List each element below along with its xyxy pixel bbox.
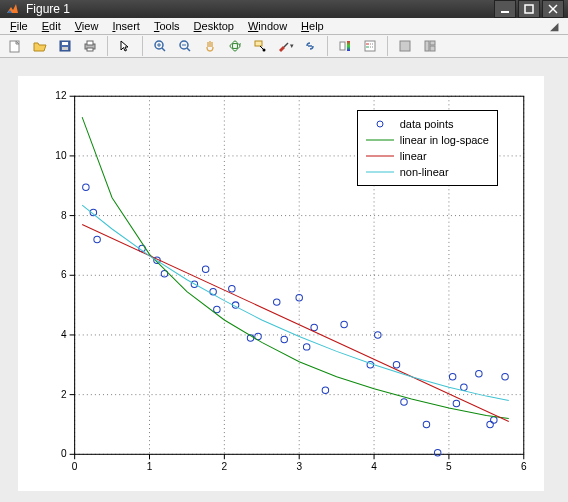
svg-rect-1 — [525, 5, 533, 13]
svg-rect-9 — [87, 41, 93, 45]
svg-rect-7 — [62, 47, 68, 50]
svg-rect-26 — [365, 41, 375, 51]
legend-item-logspace[interactable]: linear in log-space — [366, 132, 489, 148]
svg-point-112 — [377, 121, 383, 127]
menu-desktop[interactable]: Desktop — [188, 18, 240, 34]
legend-item-points[interactable]: data points — [366, 116, 489, 132]
insert-colorbar-button[interactable] — [334, 35, 356, 57]
svg-text:4: 4 — [371, 461, 377, 472]
brush-button[interactable]: ▾ — [274, 35, 296, 57]
svg-text:5: 5 — [446, 461, 452, 472]
svg-rect-32 — [425, 41, 429, 51]
svg-line-12 — [162, 48, 165, 51]
svg-point-19 — [233, 41, 238, 51]
close-button[interactable] — [542, 0, 564, 18]
svg-rect-20 — [255, 41, 262, 46]
axes[interactable]: 0123456024681012 data points linear in l… — [18, 76, 544, 491]
window-title: Figure 1 — [26, 2, 494, 16]
svg-rect-24 — [347, 41, 350, 51]
legend[interactable]: data points linear in log-space linear n… — [357, 110, 498, 186]
menu-tools[interactable]: Tools — [148, 18, 186, 34]
svg-rect-34 — [430, 46, 435, 51]
svg-rect-31 — [400, 41, 410, 51]
data-cursor-button[interactable] — [249, 35, 271, 57]
hide-plot-tools-button[interactable] — [394, 35, 416, 57]
window-buttons — [494, 0, 564, 18]
zoom-out-button[interactable] — [174, 35, 196, 57]
pointer-button[interactable] — [114, 35, 136, 57]
svg-rect-33 — [430, 41, 435, 45]
svg-text:6: 6 — [61, 269, 67, 280]
svg-point-18 — [230, 44, 240, 49]
svg-line-16 — [187, 48, 190, 51]
figure-window: Figure 1 File Edit View Insert Tools Des… — [0, 0, 568, 502]
matlab-icon — [4, 1, 20, 17]
menu-view[interactable]: View — [69, 18, 105, 34]
legend-item-linear[interactable]: linear — [366, 148, 489, 164]
menu-edit[interactable]: Edit — [36, 18, 67, 34]
titlebar: Figure 1 — [0, 0, 568, 18]
open-button[interactable] — [29, 35, 51, 57]
print-button[interactable] — [79, 35, 101, 57]
toolbar: ▾ — [0, 35, 568, 58]
svg-rect-25 — [340, 42, 345, 50]
svg-rect-6 — [62, 42, 68, 45]
menu-file[interactable]: File — [4, 18, 34, 34]
svg-text:0: 0 — [72, 461, 78, 472]
plot-area: 0123456024681012 data points linear in l… — [0, 58, 568, 502]
zoom-in-button[interactable] — [149, 35, 171, 57]
menu-overflow-icon[interactable]: ◢ — [544, 20, 564, 33]
menu-help[interactable]: Help — [295, 18, 330, 34]
svg-text:0: 0 — [61, 448, 67, 459]
menubar: File Edit View Insert Tools Desktop Wind… — [0, 18, 568, 35]
svg-text:6: 6 — [521, 461, 527, 472]
pan-button[interactable] — [199, 35, 221, 57]
legend-label: linear in log-space — [400, 134, 489, 146]
legend-label: non-linear — [400, 166, 449, 178]
svg-text:12: 12 — [55, 90, 67, 101]
show-plot-tools-button[interactable] — [419, 35, 441, 57]
menu-insert[interactable]: Insert — [106, 18, 146, 34]
svg-text:3: 3 — [296, 461, 302, 472]
svg-text:10: 10 — [55, 150, 67, 161]
svg-point-22 — [263, 49, 266, 52]
svg-text:8: 8 — [61, 210, 67, 221]
legend-label: linear — [400, 150, 427, 162]
legend-label: data points — [400, 118, 454, 130]
link-button[interactable] — [299, 35, 321, 57]
minimize-button[interactable] — [494, 0, 516, 18]
svg-text:2: 2 — [222, 461, 228, 472]
maximize-button[interactable] — [518, 0, 540, 18]
svg-text:1: 1 — [147, 461, 153, 472]
svg-text:2: 2 — [61, 389, 67, 400]
insert-legend-button[interactable] — [359, 35, 381, 57]
svg-line-23 — [284, 43, 288, 47]
svg-rect-10 — [87, 48, 93, 51]
legend-item-nonlinear[interactable]: non-linear — [366, 164, 489, 180]
menu-window[interactable]: Window — [242, 18, 293, 34]
new-figure-button[interactable] — [4, 35, 26, 57]
svg-text:4: 4 — [61, 329, 67, 340]
rotate-button[interactable] — [224, 35, 246, 57]
save-button[interactable] — [54, 35, 76, 57]
